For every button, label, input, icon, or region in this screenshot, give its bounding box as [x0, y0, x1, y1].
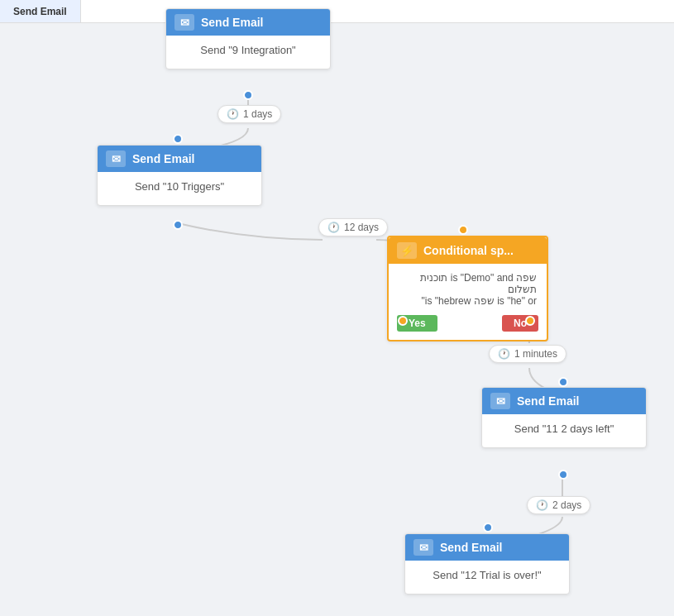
conditional-icon: ⚡	[397, 242, 417, 259]
email-icon-1: ✉	[174, 14, 194, 31]
condition-buttons: Yes No	[389, 315, 547, 340]
tab-send-email[interactable]: Send Email	[0, 0, 81, 22]
delay-badge-2: 🕐 12 days	[318, 218, 388, 236]
node-send-email-4[interactable]: ✉ Send Email Send "11 2 days left"	[481, 387, 647, 448]
node4-header: ✉ Send Email	[482, 388, 646, 414]
dot-node3-no-bottom	[525, 316, 535, 326]
dot-node3-yes-bottom	[398, 316, 408, 326]
node1-title: Send Email	[201, 16, 263, 29]
node2-body: Send "10 Triggers"	[98, 172, 261, 205]
dot-node3-top	[458, 225, 468, 235]
node1-header: ✉ Send Email	[166, 9, 330, 36]
clock-icon-3: 🕐	[498, 348, 510, 360]
email-icon-2: ✉	[106, 150, 126, 167]
dot-node4-bottom	[558, 470, 568, 480]
node-send-email-5[interactable]: ✉ Send Email Send "12 Trial is over!"	[404, 533, 570, 595]
email-icon-4: ✉	[490, 393, 510, 409]
email-icon-5: ✉	[413, 539, 433, 556]
tab-label: Send Email	[13, 6, 67, 17]
workflow-canvas: Send Email ✉ Send Email Send "9 Integrat…	[0, 0, 674, 616]
node3-header: ⚡ Conditional sp...	[389, 237, 547, 264]
dot-node2-bottom	[173, 220, 183, 230]
node3-body: שפה is "Demo" and תוכנית תשלום is "he" o…	[389, 264, 547, 315]
node2-header: ✉ Send Email	[98, 146, 261, 172]
node3-body-line2: is "he" or שפה is "hebrew"	[399, 295, 537, 307]
node-send-email-1[interactable]: ✉ Send Email Send "9 Integration"	[165, 8, 331, 69]
delay4-label: 2 days	[552, 499, 581, 511]
dot-node1-bottom	[243, 90, 253, 100]
clock-icon-1: 🕐	[227, 108, 239, 120]
delay-badge-3: 🕐 1 minutes	[489, 345, 566, 363]
node-conditional[interactable]: ⚡ Conditional sp... שפה is "Demo" and תו…	[387, 236, 548, 341]
delay2-label: 12 days	[344, 222, 379, 233]
node4-body: Send "11 2 days left"	[482, 414, 646, 447]
dot-node2-top	[173, 134, 183, 144]
node5-body: Send "12 Trial is over!"	[405, 561, 569, 594]
delay-badge-4: 🕐 2 days	[527, 496, 590, 514]
clock-icon-4: 🕐	[536, 499, 548, 511]
clock-icon-2: 🕐	[327, 222, 340, 233]
delay3-label: 1 minutes	[514, 348, 557, 360]
node1-body: Send "9 Integration"	[166, 36, 330, 69]
dot-node4-top	[558, 377, 568, 387]
connectors-svg	[0, 0, 674, 616]
tab-bar: Send Email	[0, 0, 674, 23]
node5-header: ✉ Send Email	[405, 534, 569, 561]
node2-title: Send Email	[132, 152, 194, 165]
dot-node5-top	[483, 523, 493, 532]
node-send-email-2[interactable]: ✉ Send Email Send "10 Triggers"	[97, 145, 262, 206]
node5-title: Send Email	[440, 541, 502, 554]
delay-badge-1: 🕐 1 days	[217, 105, 281, 123]
node4-title: Send Email	[517, 394, 579, 408]
node3-body-line1: שפה is "Demo" and תוכנית תשלום	[399, 272, 537, 295]
delay1-label: 1 days	[243, 108, 272, 120]
node3-title: Conditional sp...	[423, 244, 514, 257]
